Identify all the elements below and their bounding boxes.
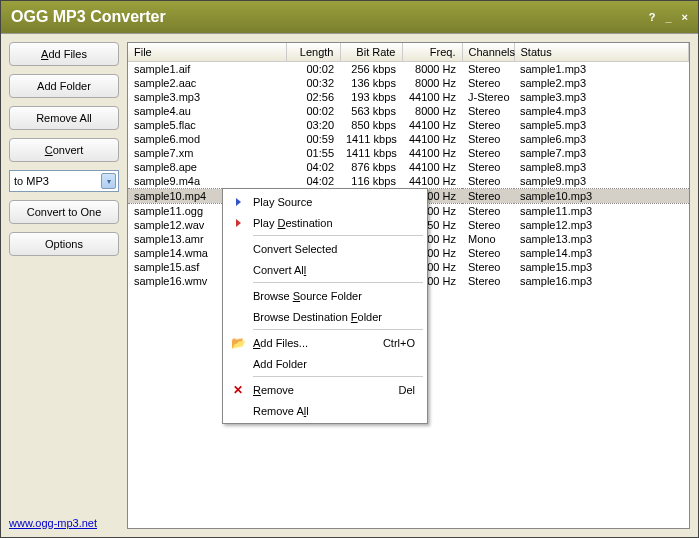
- table-row[interactable]: sample4.au00:02563 kbps8000 HzStereosamp…: [128, 104, 689, 118]
- cell-channels: Stereo: [462, 174, 514, 189]
- menu-browse-destination[interactable]: Browse Destination Folder: [225, 306, 425, 327]
- cell-bitrate: 563 kbps: [340, 104, 402, 118]
- window-controls: ? _ ×: [649, 11, 688, 23]
- cell-bitrate: 193 kbps: [340, 90, 402, 104]
- menu-remove-all[interactable]: Remove All: [225, 400, 425, 421]
- table-row[interactable]: sample6.mod00:591411 kbps44100 HzStereos…: [128, 132, 689, 146]
- cell-length: 04:02: [286, 160, 340, 174]
- cell-length: 02:56: [286, 90, 340, 104]
- cell-bitrate: 116 kbps: [340, 174, 402, 189]
- cell-status: sample13.mp3: [514, 232, 689, 246]
- table-row[interactable]: sample3.mp302:56193 kbps44100 HzJ-Stereo…: [128, 90, 689, 104]
- menu-add-folder[interactable]: Add Folder: [225, 353, 425, 374]
- cell-freq: 8000 Hz: [402, 62, 462, 77]
- cell-file: sample4.au: [128, 104, 286, 118]
- cell-status: sample2.mp3: [514, 76, 689, 90]
- cell-bitrate: 136 kbps: [340, 76, 402, 90]
- cell-file: sample5.flac: [128, 118, 286, 132]
- website-link[interactable]: www.ogg-mp3.net: [9, 517, 119, 529]
- options-button[interactable]: Options: [9, 232, 119, 256]
- menu-add-files[interactable]: 📂 Add Files... Ctrl+O: [225, 332, 425, 353]
- cell-status: sample1.mp3: [514, 62, 689, 77]
- cell-freq: 44100 Hz: [402, 132, 462, 146]
- menu-separator: [253, 376, 423, 377]
- cell-file: sample7.xm: [128, 146, 286, 160]
- play-blue-icon: [225, 198, 251, 206]
- table-row[interactable]: sample1.aif00:02256 kbps8000 HzStereosam…: [128, 62, 689, 77]
- cell-status: sample4.mp3: [514, 104, 689, 118]
- cell-status: sample15.mp3: [514, 260, 689, 274]
- cell-channels: Stereo: [462, 274, 514, 288]
- cell-status: sample3.mp3: [514, 90, 689, 104]
- add-folder-button[interactable]: Add Folder: [9, 74, 119, 98]
- cell-length: 00:32: [286, 76, 340, 90]
- menu-convert-selected[interactable]: Convert Selected: [225, 238, 425, 259]
- col-bitrate[interactable]: Bit Rate: [340, 43, 402, 62]
- cell-file: sample8.ape: [128, 160, 286, 174]
- cell-file: sample9.m4a: [128, 174, 286, 189]
- cell-channels: J-Stereo: [462, 90, 514, 104]
- cell-length: 00:02: [286, 104, 340, 118]
- cell-status: sample10.mp3: [514, 189, 689, 204]
- cell-file: sample6.mod: [128, 132, 286, 146]
- cell-status: sample8.mp3: [514, 160, 689, 174]
- cell-length: 03:20: [286, 118, 340, 132]
- titlebar: OGG MP3 Converter ? _ ×: [1, 1, 698, 33]
- cell-status: sample6.mp3: [514, 132, 689, 146]
- table-row[interactable]: sample2.aac00:32136 kbps8000 HzStereosam…: [128, 76, 689, 90]
- menu-separator: [253, 235, 423, 236]
- cell-bitrate: 1411 kbps: [340, 132, 402, 146]
- cell-freq: 8000 Hz: [402, 104, 462, 118]
- sidebar: Add Files Add Folder Remove All Convert …: [9, 42, 119, 529]
- cell-channels: Stereo: [462, 160, 514, 174]
- cell-channels: Stereo: [462, 118, 514, 132]
- cell-length: 00:59: [286, 132, 340, 146]
- cell-file: sample3.mp3: [128, 90, 286, 104]
- col-status[interactable]: Status: [514, 43, 689, 62]
- sidebar-spacer: [9, 264, 119, 509]
- cell-channels: Stereo: [462, 260, 514, 274]
- cell-channels: Stereo: [462, 189, 514, 204]
- cell-freq: 44100 Hz: [402, 174, 462, 189]
- format-select[interactable]: to MP3 ▾: [9, 170, 119, 192]
- folder-open-icon: 📂: [225, 336, 251, 350]
- convert-button[interactable]: Convert: [9, 138, 119, 162]
- cell-channels: Stereo: [462, 204, 514, 219]
- cell-file: sample1.aif: [128, 62, 286, 77]
- table-row[interactable]: sample5.flac03:20850 kbps44100 HzStereos…: [128, 118, 689, 132]
- cell-channels: Stereo: [462, 76, 514, 90]
- context-menu: Play Source Play Destination Convert Sel…: [222, 188, 428, 424]
- remove-all-button[interactable]: Remove All: [9, 106, 119, 130]
- cell-bitrate: 1411 kbps: [340, 146, 402, 160]
- help-icon[interactable]: ?: [649, 11, 656, 23]
- convert-to-one-button[interactable]: Convert to One: [9, 200, 119, 224]
- col-length[interactable]: Length: [286, 43, 340, 62]
- cell-channels: Stereo: [462, 218, 514, 232]
- table-row[interactable]: sample8.ape04:02876 kbps44100 HzStereosa…: [128, 160, 689, 174]
- add-files-button[interactable]: Add Files: [9, 42, 119, 66]
- cell-freq: 8000 Hz: [402, 76, 462, 90]
- menu-play-source[interactable]: Play Source: [225, 191, 425, 212]
- cell-status: sample16.mp3: [514, 274, 689, 288]
- cell-length: 00:02: [286, 62, 340, 77]
- table-row[interactable]: sample9.m4a04:02116 kbps44100 HzStereosa…: [128, 174, 689, 189]
- col-file[interactable]: File: [128, 43, 286, 62]
- cell-length: 04:02: [286, 174, 340, 189]
- format-select-value: to MP3: [14, 175, 49, 187]
- minimize-icon[interactable]: _: [665, 11, 671, 23]
- menu-play-destination[interactable]: Play Destination: [225, 212, 425, 233]
- cell-freq: 44100 Hz: [402, 146, 462, 160]
- app-title: OGG MP3 Converter: [11, 8, 649, 26]
- menu-convert-all[interactable]: Convert All: [225, 259, 425, 280]
- cell-length: 01:55: [286, 146, 340, 160]
- table-row[interactable]: sample7.xm01:551411 kbps44100 HzStereosa…: [128, 146, 689, 160]
- cell-channels: Mono: [462, 232, 514, 246]
- cell-status: sample14.mp3: [514, 246, 689, 260]
- col-freq[interactable]: Freq.: [402, 43, 462, 62]
- menu-browse-source[interactable]: Browse Source Folder: [225, 285, 425, 306]
- menu-remove[interactable]: ✕ Remove Del: [225, 379, 425, 400]
- close-icon[interactable]: ×: [682, 11, 688, 23]
- cell-bitrate: 850 kbps: [340, 118, 402, 132]
- col-channels[interactable]: Channels: [462, 43, 514, 62]
- cell-bitrate: 876 kbps: [340, 160, 402, 174]
